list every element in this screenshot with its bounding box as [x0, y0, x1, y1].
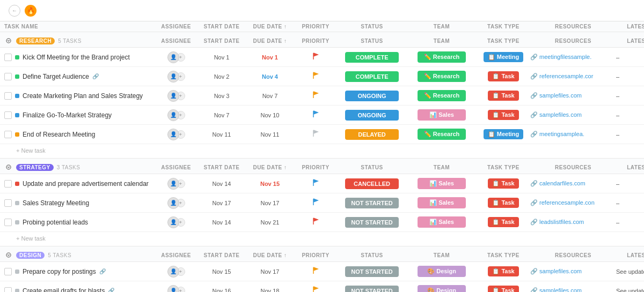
- task-type-cell[interactable]: 📋 Task: [477, 71, 530, 81]
- status-cell[interactable]: CANCELLED: [337, 178, 407, 189]
- task-type-cell[interactable]: 📋 Task: [477, 217, 530, 227]
- priority-flag-icon: [312, 218, 319, 227]
- task-checkbox[interactable]: [4, 111, 12, 119]
- latest-comment-cell: See updated copy...: [616, 268, 644, 275]
- task-checkbox[interactable]: [4, 54, 12, 61]
- priority-cell[interactable]: [294, 110, 337, 119]
- task-checkbox[interactable]: [4, 180, 12, 188]
- section-col-8: LATEST COMMENT: [616, 164, 644, 170]
- task-checkbox[interactable]: [4, 219, 12, 226]
- section-col-0: ASSIGNEE: [155, 164, 197, 170]
- task-checkbox[interactable]: [4, 268, 12, 275]
- status-badge: ONGOING: [345, 91, 399, 101]
- team-cell[interactable]: 📊 Sales: [407, 216, 477, 228]
- status-badge: NOT STARTED: [345, 286, 399, 293]
- task-type-cell[interactable]: 📋 Meeting: [477, 129, 530, 139]
- due-date-cell: Nov 15: [246, 181, 294, 187]
- resources-cell: 🔗 samplefiles.com: [530, 111, 616, 118]
- back-button[interactable]: ←: [9, 5, 20, 17]
- section-col-7: RESOURCES: [530, 38, 616, 44]
- task-checkbox[interactable]: [4, 73, 12, 80]
- task-type-cell[interactable]: 📋 Meeting: [477, 52, 530, 62]
- task-type-cell[interactable]: 📋 Task: [477, 110, 530, 120]
- team-badge: ✏️ Research: [418, 129, 466, 140]
- col-header-2: START DATE: [197, 24, 246, 29]
- priority-flag-icon: [312, 179, 319, 188]
- team-cell[interactable]: ✏️ Research: [407, 51, 477, 63]
- avatar[interactable]: 👤: [167, 109, 179, 121]
- new-task-row-button[interactable]: + New task: [0, 232, 644, 246]
- avatar[interactable]: 👤: [167, 266, 179, 278]
- priority-cell[interactable]: [294, 267, 337, 276]
- section-tasks-count: 5 TASKS: [58, 38, 82, 44]
- task-edit-icon[interactable]: 🔗: [99, 268, 106, 274]
- start-date-cell: Nov 17: [197, 200, 246, 206]
- status-cell[interactable]: ONGOING: [337, 110, 407, 121]
- status-cell[interactable]: DELAYED: [337, 129, 407, 140]
- task-type-cell[interactable]: 📋 Task: [477, 286, 530, 292]
- task-color-indicator: [15, 220, 19, 224]
- task-color-indicator: [15, 269, 19, 274]
- avatar[interactable]: 👤: [167, 129, 179, 140]
- task-edit-icon[interactable]: 🔗: [108, 288, 114, 292]
- team-cell[interactable]: 📊 Sales: [407, 197, 477, 208]
- assignee-cell: 👤+: [155, 178, 197, 190]
- due-date-cell: Nov 17: [246, 268, 294, 275]
- team-badge: 📊 Sales: [418, 197, 466, 208]
- status-cell[interactable]: ONGOING: [337, 91, 407, 101]
- task-type-cell[interactable]: 📋 Task: [477, 91, 530, 101]
- new-task-row-button[interactable]: + New task: [0, 144, 644, 158]
- task-name-cell: Probing potential leads: [4, 219, 155, 226]
- team-cell[interactable]: ✏️ Research: [407, 90, 477, 101]
- section-toggle-button[interactable]: [4, 36, 13, 45]
- avatar[interactable]: 👤: [167, 51, 179, 63]
- avatar[interactable]: 👤: [167, 216, 179, 228]
- team-cell[interactable]: 🎨 Design: [407, 285, 477, 292]
- section-col-6: TASK TYPE: [477, 252, 530, 258]
- priority-cell[interactable]: [294, 179, 337, 188]
- status-cell[interactable]: NOT STARTED: [337, 266, 407, 277]
- section-col-0: ASSIGNEE: [155, 38, 197, 44]
- task-checkbox[interactable]: [4, 92, 12, 100]
- avatar[interactable]: 👤: [167, 285, 179, 293]
- header-left: ← 🔥: [9, 5, 635, 17]
- section-tasks-count: 3 TASKS: [57, 164, 80, 170]
- task-type-cell[interactable]: 📋 Task: [477, 266, 530, 276]
- team-cell[interactable]: 🎨 Design: [407, 266, 477, 277]
- task-name-cell: Create Marketing Plan and Sales Strategy: [4, 92, 155, 100]
- priority-flag-icon: [312, 286, 319, 292]
- priority-flag-icon: [312, 72, 319, 81]
- priority-cell[interactable]: [294, 198, 337, 207]
- section-toggle-button[interactable]: [4, 163, 13, 171]
- task-type-cell[interactable]: 📋 Task: [477, 178, 530, 189]
- task-edit-icon[interactable]: 🔗: [92, 73, 99, 79]
- status-badge: DELAYED: [345, 129, 399, 140]
- team-cell[interactable]: ✏️ Research: [407, 129, 477, 140]
- due-date-cell: Nov 18: [246, 288, 294, 293]
- avatar[interactable]: 👤: [167, 197, 179, 209]
- section-toggle-button[interactable]: [4, 251, 13, 259]
- status-cell[interactable]: COMPLETE: [337, 52, 407, 63]
- priority-cell[interactable]: [294, 72, 337, 81]
- status-cell[interactable]: NOT STARTED: [337, 217, 407, 228]
- priority-cell[interactable]: [294, 218, 337, 227]
- team-badge: 🎨 Design: [418, 285, 466, 292]
- task-checkbox[interactable]: [4, 131, 12, 138]
- status-cell[interactable]: COMPLETE: [337, 71, 407, 82]
- team-cell[interactable]: ✏️ Research: [407, 71, 477, 82]
- team-badge: 📊 Sales: [418, 216, 466, 228]
- status-cell[interactable]: NOT STARTED: [337, 286, 407, 293]
- task-checkbox[interactable]: [4, 199, 12, 207]
- avatar[interactable]: 👤: [167, 71, 179, 83]
- avatar[interactable]: 👤: [167, 178, 179, 190]
- task-checkbox[interactable]: [4, 287, 12, 293]
- priority-cell[interactable]: [294, 286, 337, 292]
- status-cell[interactable]: NOT STARTED: [337, 198, 407, 208]
- team-cell[interactable]: 📊 Sales: [407, 109, 477, 121]
- avatar[interactable]: 👤: [167, 90, 179, 102]
- priority-cell[interactable]: [294, 130, 337, 139]
- priority-cell[interactable]: [294, 91, 337, 100]
- team-cell[interactable]: 📊 Sales: [407, 178, 477, 189]
- priority-cell[interactable]: [294, 53, 337, 62]
- task-type-cell[interactable]: 📋 Task: [477, 198, 530, 208]
